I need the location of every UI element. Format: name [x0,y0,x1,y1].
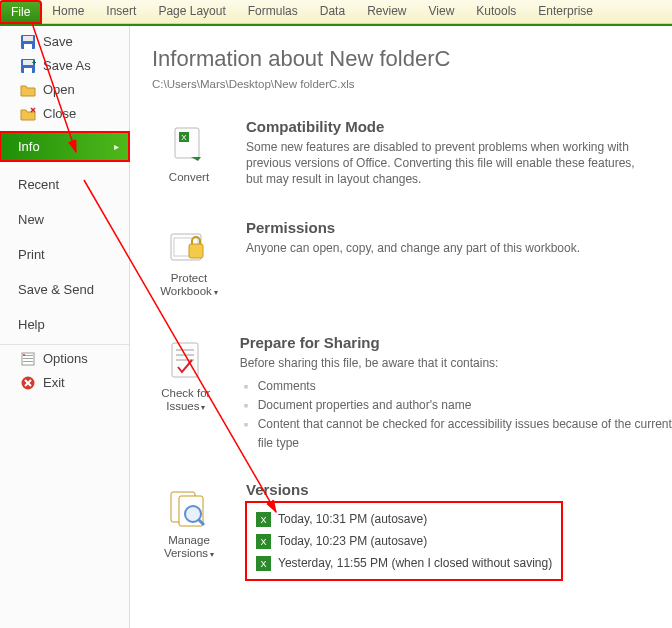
perm-text: Anyone can open, copy, and change any pa… [246,240,580,256]
compat-heading: Compatibility Mode [246,118,646,135]
protect-workbook-button[interactable]: Protect Workbook▾ [152,219,226,306]
close-folder-icon [20,106,36,122]
prepare-item: Document properties and author's name [240,396,672,415]
manage-versions-button[interactable]: Manage Versions▾ [152,481,226,568]
sidebar-saveas-label: Save As [43,57,91,75]
tab-view[interactable]: View [418,0,466,23]
file-path: C:\Users\Mars\Desktop\New folderC.xls [152,78,672,90]
check-issues-icon [162,339,210,383]
prepare-heading: Prepare for Sharing [240,334,672,351]
tab-file[interactable]: File [0,1,41,23]
check-issues-button[interactable]: Check for Issues▾ [152,334,220,421]
sidebar-open-label: Open [43,81,75,99]
svg-rect-25 [176,354,194,356]
svg-rect-1 [23,36,33,41]
sidebar-close-label: Close [43,105,76,123]
sidebar-help[interactable]: Help [0,307,129,342]
svg-point-13 [23,354,25,356]
manage-versions-icon [165,486,213,530]
svg-rect-11 [23,358,33,359]
svg-rect-24 [176,349,194,351]
ribbon-tabs: File Home Insert Page Layout Formulas Da… [0,0,672,24]
tab-kutools[interactable]: Kutools [465,0,527,23]
version-item[interactable]: X Today, 10:23 PM (autosave) [256,530,552,552]
prepare-text: Before sharing this file, be aware that … [240,355,640,371]
chevron-right-icon: ▸ [114,141,119,152]
sidebar-new[interactable]: New [0,202,129,237]
sidebar-save-label: Save [43,33,73,51]
info-content: Information about New folderC C:\Users\M… [130,26,672,628]
prepare-item: Content that cannot be checked for acces… [240,415,672,453]
saveas-icon: + [20,58,36,74]
tab-data[interactable]: Data [309,0,356,23]
svg-text:X: X [181,133,187,142]
page-title: Information about New folderC [152,46,672,72]
prepare-item: Comments [240,377,672,396]
version-item[interactable]: X Today, 10:31 PM (autosave) [256,508,552,530]
version-item[interactable]: X Yesterday, 11:55 PM (when I closed wit… [256,552,552,574]
tab-enterprise[interactable]: Enterprise [527,0,604,23]
versions-list: X Today, 10:31 PM (autosave) X Today, 10… [246,502,562,580]
sidebar-saveas[interactable]: + Save As [0,54,129,78]
save-icon [20,34,36,50]
sidebar-savesend[interactable]: Save & Send [0,272,129,307]
open-folder-icon [20,82,36,98]
versions-heading: Versions [246,481,562,498]
svg-text:+: + [32,58,36,67]
sidebar-exit-label: Exit [43,374,65,392]
compat-text: Some new features are disabled to preven… [246,139,646,187]
sidebar-options[interactable]: Options [0,347,129,371]
perm-heading: Permissions [246,219,580,236]
sidebar-open[interactable]: Open [0,78,129,102]
tab-review[interactable]: Review [356,0,417,23]
svg-text:X: X [260,515,266,525]
svg-rect-22 [189,244,203,258]
svg-rect-12 [23,361,33,362]
excel-file-icon: X [256,556,271,571]
tab-insert[interactable]: Insert [95,0,147,23]
backstage-sidebar: Save + Save As Open Close Info ▸ Recent … [0,26,130,628]
convert-button[interactable]: X Convert [152,118,226,191]
sidebar-info-label: Info [18,139,40,154]
tab-pagelayout[interactable]: Page Layout [147,0,236,23]
tab-formulas[interactable]: Formulas [237,0,309,23]
tab-home[interactable]: Home [41,0,95,23]
sidebar-options-label: Options [43,350,88,368]
svg-text:X: X [260,537,266,547]
sidebar-info[interactable]: Info ▸ [0,132,129,161]
svg-text:X: X [260,559,266,569]
exit-icon [20,375,36,391]
sidebar-close[interactable]: Close [0,102,129,126]
sidebar-exit[interactable]: Exit [0,371,129,395]
options-icon [20,351,36,367]
sidebar-print[interactable]: Print [0,237,129,272]
sidebar-recent[interactable]: Recent [0,167,129,202]
excel-file-icon: X [256,534,271,549]
sidebar-save[interactable]: Save [0,30,129,54]
svg-rect-2 [24,44,32,49]
convert-icon: X [165,123,213,167]
excel-file-icon: X [256,512,271,527]
svg-rect-5 [24,68,32,73]
protect-icon [165,224,213,268]
